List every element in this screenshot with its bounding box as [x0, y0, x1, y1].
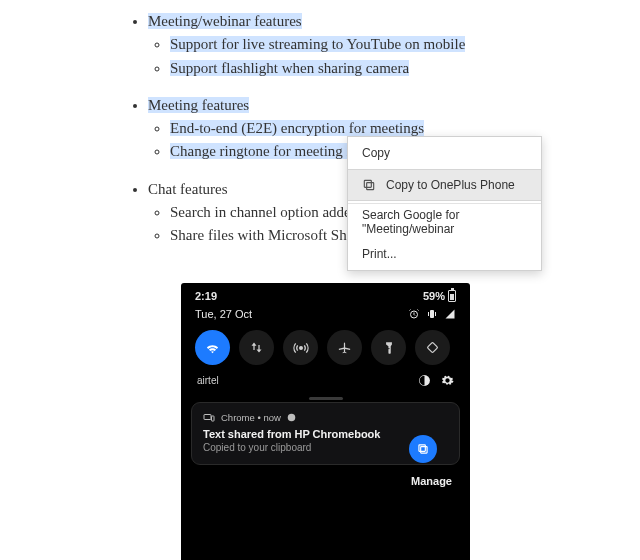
- tile-label-row: airtel: [181, 371, 470, 397]
- section-title: Meeting/webinar features: [148, 13, 302, 29]
- menu-item-label: Search Google for "Meeting/webinar: [362, 208, 527, 236]
- tile-rotation[interactable]: [415, 330, 450, 365]
- status-bar: 2:19 59%: [181, 283, 470, 304]
- document-content: Meeting/webinar features Support for liv…: [0, 0, 640, 247]
- tile-data[interactable]: [239, 330, 274, 365]
- list-item: Meeting/webinar features Support for liv…: [148, 10, 640, 80]
- tile-wifi[interactable]: [195, 330, 230, 365]
- signal-icon: [444, 308, 456, 320]
- sync-badge-icon: [287, 413, 296, 422]
- list-item: Support for live streaming to YouTube on…: [170, 33, 640, 56]
- copy-icon: [362, 178, 376, 192]
- context-menu: Copy Copy to OnePlus Phone Search Google…: [347, 136, 542, 271]
- menu-item-label: Copy to OnePlus Phone: [386, 178, 515, 192]
- svg-rect-10: [212, 416, 215, 421]
- svg-rect-13: [419, 445, 425, 451]
- vibrate-icon: [426, 308, 438, 320]
- alarm-icon: [408, 308, 420, 320]
- manage-button[interactable]: Manage: [181, 465, 470, 487]
- menu-separator: [348, 203, 541, 204]
- tile-hotspot[interactable]: [283, 330, 318, 365]
- svg-rect-9: [204, 414, 211, 419]
- notification-card[interactable]: Chrome • now Text shared from HP Chromeb…: [191, 402, 460, 465]
- devices-icon: [203, 413, 215, 423]
- list-item: Support flashlight when sharing camera: [170, 57, 640, 80]
- menu-item-label: Print...: [362, 247, 397, 261]
- quick-settings-tiles: [181, 330, 470, 371]
- battery-percent: 59%: [423, 290, 445, 302]
- svg-rect-4: [428, 312, 429, 316]
- svg-rect-1: [364, 180, 371, 187]
- svg-rect-12: [421, 447, 427, 453]
- tile-airplane[interactable]: [327, 330, 362, 365]
- notification-action-copy[interactable]: [409, 435, 437, 463]
- wifi-network-label: airtel: [197, 375, 219, 386]
- phone-screenshot: 2:19 59% Tue, 27 Oct airtel Chrome • no: [181, 283, 470, 560]
- svg-point-6: [299, 346, 302, 349]
- tile-flashlight[interactable]: [371, 330, 406, 365]
- menu-item-copy[interactable]: Copy: [348, 137, 541, 169]
- settings-gear-icon[interactable]: [441, 374, 454, 387]
- panel-drag-handle[interactable]: [309, 397, 343, 400]
- date-row: Tue, 27 Oct: [181, 304, 470, 330]
- menu-item-copy-to-phone[interactable]: Copy to OnePlus Phone: [348, 169, 541, 201]
- menu-item-search-google[interactable]: Search Google for "Meeting/webinar: [348, 206, 541, 238]
- brightness-icon[interactable]: [418, 374, 431, 387]
- svg-rect-5: [435, 312, 436, 316]
- menu-item-label: Copy: [362, 146, 390, 160]
- svg-rect-3: [430, 310, 434, 318]
- status-date: Tue, 27 Oct: [195, 308, 252, 320]
- menu-item-print[interactable]: Print...: [348, 238, 541, 270]
- section-title: Chat features: [148, 181, 228, 197]
- svg-point-11: [288, 414, 296, 422]
- notification-app-line: Chrome • now: [221, 412, 281, 423]
- section-title: Meeting features: [148, 97, 249, 113]
- status-time: 2:19: [195, 290, 217, 302]
- svg-rect-7: [427, 342, 438, 353]
- battery-icon: [448, 290, 456, 302]
- svg-rect-0: [367, 183, 374, 190]
- notification-title: Text shared from HP Chromebook: [203, 428, 448, 440]
